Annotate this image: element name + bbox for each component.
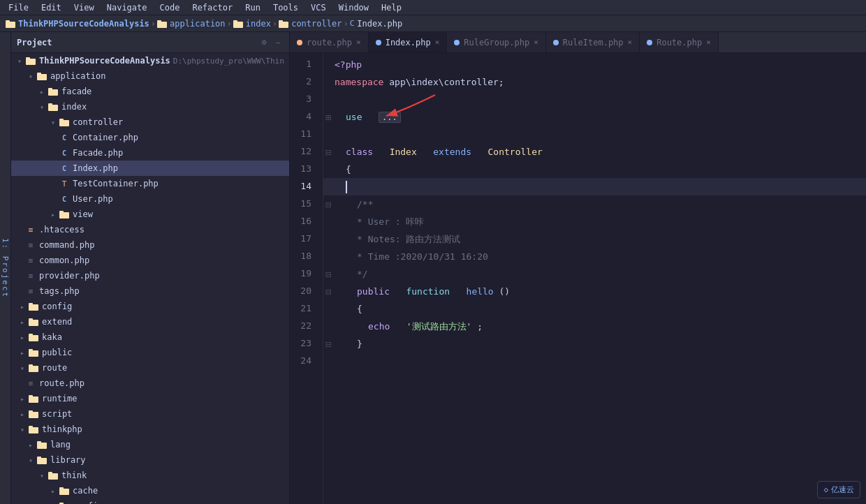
tree-user-php[interactable]: C User.php [11,191,289,207]
code-content[interactable]: <?php namespace app\index\controller; ⊞ … [323,53,866,504]
fold-icon-15[interactable]: ⊟ [323,200,333,209]
tree-container-php[interactable]: C Container.php [11,130,289,145]
svg-rect-39 [37,457,41,459]
folder-icon4 [279,20,288,28]
tree-htaccess[interactable]: ≡ .htaccess [11,222,289,237]
fold-icon-19[interactable]: ⊟ [323,269,333,279]
menu-edit[interactable]: Edit [36,1,67,14]
menu-vcs[interactable]: VCS [305,1,332,14]
tab-index-label: Index.php [386,38,431,47]
breadcrumb-index[interactable]: index [233,19,271,29]
vertical-project-tab[interactable]: 1: Project [0,32,11,504]
code-line-22: echo '测试路由方法' ; [323,318,866,335]
menu-view[interactable]: View [68,1,100,14]
settings-gear-icon[interactable]: ⚙ [258,37,270,48]
fold-icon-4[interactable]: ⊞ [323,112,333,122]
tree-thinkphp[interactable]: ▾ thinkphp [11,422,289,437]
tab-dot-index [376,40,381,45]
tree-root[interactable]: ▾ ThinkPHPSourceCodeAnalysis D:\phpstudy… [11,53,289,68]
collapse-icon[interactable]: — [272,37,284,48]
breadcrumb-file[interactable]: C Index.php [350,19,403,29]
menu-tools[interactable]: Tools [267,1,304,14]
config-folder-icon [28,301,39,312]
tree-extend[interactable]: ▸ extend [11,314,289,329]
tree-think-config[interactable]: ▸ config [11,498,289,504]
menu-run[interactable]: Run [240,1,266,14]
svg-rect-38 [37,458,47,464]
svg-rect-9 [26,57,30,59]
menu-help[interactable]: Help [376,1,407,14]
tab-route-label: route.php [307,38,352,47]
lang-arrow: ▸ [25,441,36,449]
line-num-12: 12 [290,143,317,161]
tab-index-php[interactable]: Index.php × [369,32,448,53]
think-config-folder-icon [59,501,70,504]
tab-route-php[interactable]: route.php × [290,32,369,53]
facade-folder-icon [47,86,59,97]
project-panel-title: Project [17,38,256,47]
route-arrow: ▾ [17,364,28,372]
tab-close-rulegroup[interactable]: × [534,38,538,46]
tree-provider-php[interactable]: ≡ provider.php [11,268,289,283]
tree-library[interactable]: ▾ library [11,452,289,468]
tree-command-php[interactable]: ≡ command.php [11,237,289,253]
breadcrumb-root[interactable]: ThinkPHPSourceCodeAnalysis [6,19,149,29]
tab-rulegroup-php[interactable]: RuleGroup.php × [447,32,546,53]
svg-rect-40 [48,473,58,480]
tab-route2-php[interactable]: Route.php × [640,32,719,53]
code-line-16: * User : 咔咔 [323,213,866,230]
fold-icon-20[interactable]: ⊟ [323,287,333,297]
watermark-text: 亿速云 [831,484,854,495]
svg-rect-26 [29,350,38,357]
tree-public[interactable]: ▸ public [11,345,289,360]
line-num-19: 19 [290,265,317,283]
menu-navigate[interactable]: Navigate [101,1,153,14]
breadcrumb: ThinkPHPSourceCodeAnalysis › application… [0,15,866,32]
editor-panel: route.php × Index.php × RuleGroup.php × … [290,32,866,504]
tree-application[interactable]: ▾ application [11,68,289,84]
tree-controller[interactable]: ▾ controller [11,114,289,130]
thinkphp-arrow: ▾ [17,426,28,433]
tree-config[interactable]: ▸ config [11,299,289,314]
code-line-12: ⊟ class Index extends Controller [323,143,866,161]
tab-close-index[interactable]: × [435,38,440,46]
tab-close-route2[interactable]: × [706,38,711,46]
tab-close-route[interactable]: × [356,38,361,46]
menu-file[interactable]: File [3,1,34,14]
tree-testcontainer-php[interactable]: T TestContainer.php [11,176,289,191]
menu-refactor[interactable]: Refactor [186,1,238,14]
tree-facade[interactable]: ▸ facade [11,84,289,99]
config-label: config [42,302,72,311]
menu-window[interactable]: Window [333,1,374,14]
tree-script[interactable]: ▸ script [11,406,289,422]
fold-icon-23[interactable]: ⊟ [323,339,333,349]
tree-cache[interactable]: ▸ cache [11,483,289,498]
tree-tags-php[interactable]: ≡ tags.php [11,283,289,299]
fold-icon-12[interactable]: ⊟ [323,147,333,157]
tree-common-php[interactable]: ≡ common.php [11,253,289,268]
tab-close-ruleitem[interactable]: × [628,38,633,46]
menu-code[interactable]: Code [154,1,186,14]
extend-folder-icon [28,316,39,327]
facade-php-label: Facade.php [73,148,123,158]
tree-runtime[interactable]: ▸ runtime [11,391,289,406]
tree-kaka[interactable]: ▸ kaka [11,329,289,345]
tree-route[interactable]: ▾ route [11,360,289,376]
tree-route-php[interactable]: ≡ route.php [11,376,289,391]
svg-rect-32 [29,412,38,418]
tree-index-php[interactable]: C Index.php [11,161,289,176]
line-num-14: 14 [290,178,317,195]
tree-view[interactable]: ▸ view [11,207,289,222]
index-label: index [61,102,87,112]
svg-rect-27 [29,349,33,351]
tab-ruleitem-php[interactable]: RuleItem.php × [546,32,640,53]
tree-think[interactable]: ▾ think [11,468,289,483]
tree-facade-php[interactable]: C Facade.php [11,145,289,161]
tree-index[interactable]: ▾ index [11,99,289,114]
tree-lang[interactable]: ▸ lang [11,437,289,452]
common-php-label: common.php [39,255,89,265]
breadcrumb-application[interactable]: application [157,19,225,29]
line-num-15: 15 [290,195,317,213]
breadcrumb-controller[interactable]: controller [279,19,342,29]
editor-area[interactable]: 1 2 3 4 11 12 13 14 15 16 17 18 19 20 21… [290,53,866,504]
